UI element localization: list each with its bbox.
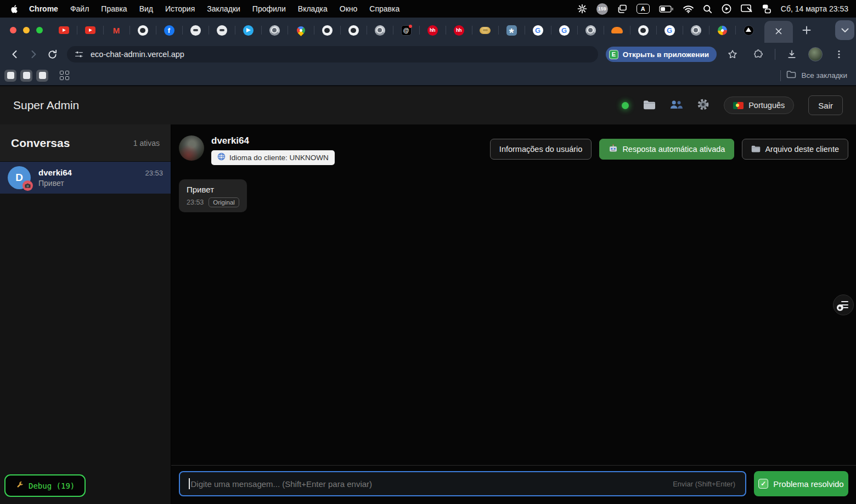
debug-button[interactable]: Debug (19) <box>4 474 86 497</box>
bookmark-item-2[interactable] <box>20 70 32 82</box>
logout-button[interactable]: Sair <box>808 95 843 115</box>
language-selector[interactable]: Português <box>724 97 794 114</box>
floating-menu-button[interactable] <box>833 295 854 315</box>
tab-google-photos[interactable] <box>709 21 735 39</box>
menu-history[interactable]: История <box>159 4 201 13</box>
apps-grid-icon[interactable] <box>60 71 69 80</box>
tab-snowflake-site[interactable] <box>498 21 525 39</box>
new-tab-button[interactable] <box>798 22 815 38</box>
tab-chrome-2[interactable] <box>367 21 393 39</box>
tab-youtube-2[interactable] <box>77 21 103 39</box>
conversation-item[interactable]: D dverki64 23:53 Привет <box>0 162 171 194</box>
chrome-menu-button[interactable] <box>830 45 848 64</box>
menu-chrome[interactable]: Chrome <box>23 4 64 13</box>
menu-profiles[interactable]: Профили <box>246 4 292 13</box>
cloudflare-icon <box>611 27 623 33</box>
stacked-windows-icon[interactable] <box>617 4 627 14</box>
tab-google-2[interactable] <box>551 21 577 39</box>
close-tab-icon[interactable] <box>775 27 782 37</box>
site-controls-icon[interactable] <box>72 48 86 61</box>
tab-github-2[interactable] <box>314 21 340 39</box>
menu-edit[interactable]: Правка <box>95 4 133 13</box>
tab-site-2[interactable] <box>209 21 235 39</box>
tab-google[interactable] <box>525 21 551 39</box>
downloads-button[interactable] <box>782 45 801 64</box>
minimize-window-button[interactable] <box>23 27 30 33</box>
sparkle-icon[interactable] <box>577 4 587 14</box>
back-button[interactable] <box>5 45 24 64</box>
auto-reply-button[interactable]: Resposta automática ativada <box>599 139 734 160</box>
tab-youtube[interactable] <box>50 21 77 39</box>
tab-github[interactable] <box>129 21 156 39</box>
url-text[interactable]: eco-chat-admin.vercel.app <box>91 50 184 59</box>
active-tab[interactable] <box>764 21 793 43</box>
battery-icon[interactable] <box>659 5 674 13</box>
users-icon[interactable] <box>670 100 683 111</box>
tab-telegram[interactable] <box>235 21 261 39</box>
pinned-tabs <box>50 18 815 43</box>
message-composer: Digite uma mensagem... (Shift+Enter para… <box>171 465 856 504</box>
menu-view[interactable]: Вид <box>133 4 159 13</box>
tab-gold-site[interactable] <box>472 21 498 39</box>
tab-hh-2[interactable] <box>446 21 472 39</box>
zoom-window-button[interactable] <box>36 27 43 33</box>
sidebar-title: Conversas <box>11 137 70 150</box>
user-info-button[interactable]: Informações do usuário <box>490 139 592 160</box>
tab-hh[interactable] <box>419 21 446 39</box>
tab-vercel[interactable] <box>735 21 762 39</box>
bookmark-item-1[interactable] <box>4 70 16 82</box>
tab-facebook[interactable] <box>156 21 182 39</box>
check-icon: ✓ <box>758 479 768 489</box>
menu-window[interactable]: Окно <box>334 4 364 13</box>
gear-icon[interactable] <box>697 98 709 113</box>
hh-icon <box>427 25 438 36</box>
profile-avatar[interactable] <box>808 47 823 61</box>
tab-threads[interactable] <box>393 21 419 39</box>
play-circle-icon[interactable] <box>722 4 731 14</box>
tab-gmail[interactable] <box>103 21 129 39</box>
eco-chat-admin-app: Super Admin Português Sair Conversas <box>0 86 856 504</box>
tab-site-1[interactable] <box>182 21 209 39</box>
github-icon <box>638 25 649 36</box>
bookmark-star-button[interactable] <box>723 45 742 64</box>
folder-icon[interactable] <box>643 99 656 112</box>
forward-button[interactable] <box>24 45 43 64</box>
extensions-icon[interactable] <box>749 45 768 64</box>
menu-bar-clock[interactable]: Сб, 14 марта 23:53 <box>781 4 848 13</box>
chrome-icon <box>691 25 701 36</box>
original-tag[interactable]: Original <box>209 197 239 207</box>
wifi-icon[interactable] <box>683 5 694 13</box>
tab-cloudflare[interactable] <box>604 21 630 39</box>
open-in-app-button[interactable]: E Открыть в приложении <box>606 47 717 62</box>
chat-header: dverki64 Idioma do cliente: UNKNOWN Info… <box>171 124 856 173</box>
menu-help[interactable]: Справка <box>363 4 406 13</box>
menu-file[interactable]: Файл <box>64 4 95 13</box>
problem-resolved-button[interactable]: ✓ Problema resolvido <box>754 471 848 496</box>
menu-bookmarks[interactable]: Закладки <box>201 4 246 13</box>
notification-badge[interactable]: 159 <box>596 3 608 15</box>
user-switch-icon[interactable] <box>762 4 771 14</box>
reload-button[interactable] <box>43 45 61 64</box>
tab-github-4[interactable] <box>630 21 656 39</box>
tab-chrome-4[interactable] <box>683 21 709 39</box>
menu-tab[interactable]: Вкладка <box>292 4 334 13</box>
tab-chrome-1[interactable] <box>261 21 288 39</box>
screen-mirroring-icon[interactable] <box>741 4 752 14</box>
tab-google-3[interactable] <box>656 21 683 39</box>
message-input[interactable]: Digite uma mensagem... (Shift+Enter para… <box>179 471 746 496</box>
input-source-icon[interactable]: A <box>637 4 650 14</box>
chrome-tab-strip <box>0 18 856 43</box>
apple-menu-icon[interactable] <box>11 4 19 14</box>
tab-search-button[interactable] <box>835 20 854 40</box>
tab-github-3[interactable] <box>340 21 367 39</box>
open-in-app-label: Открыть в приложении <box>623 50 709 59</box>
tab-chrome-3[interactable] <box>577 21 604 39</box>
archive-client-button[interactable]: Arquivo deste cliente <box>742 139 848 160</box>
spotlight-icon[interactable] <box>703 4 712 14</box>
address-bar[interactable]: eco-chat-admin.vercel.app <box>67 46 598 63</box>
bookmark-item-3[interactable] <box>36 70 48 82</box>
close-window-button[interactable] <box>10 27 16 33</box>
facebook-icon <box>164 25 174 36</box>
all-bookmarks-button[interactable]: Все закладки <box>802 71 847 80</box>
tab-google-maps[interactable] <box>288 21 314 39</box>
